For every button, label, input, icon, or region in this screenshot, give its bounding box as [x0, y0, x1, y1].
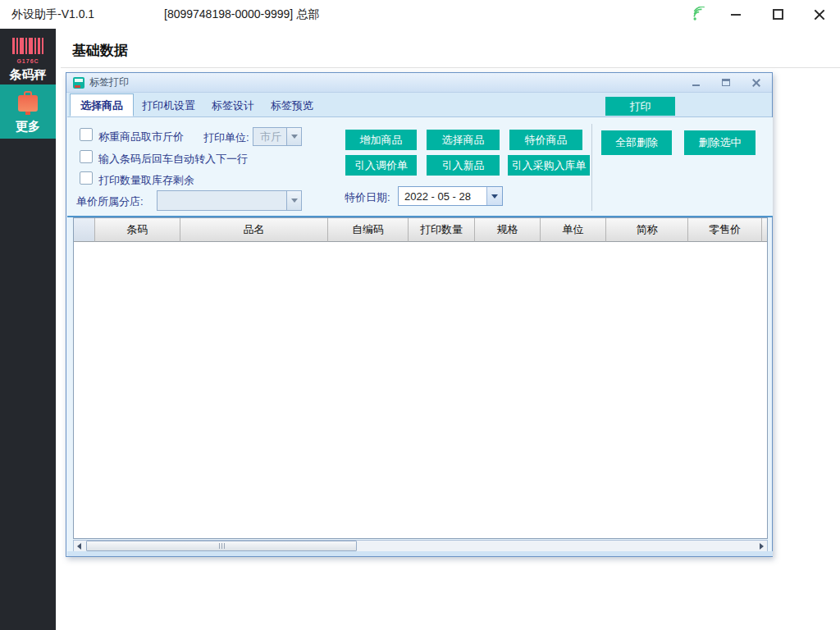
select-goods-button[interactable]: 选择商品 [427, 130, 500, 150]
table-body-empty [74, 242, 767, 538]
horizontal-scrollbar[interactable] [73, 540, 768, 552]
select-goods-panel: 称重商品取市斤价 打印单位: 市斤 输入条码后回车自动转入下一行 打印数量取库存… [67, 117, 773, 217]
scrollbar-track[interactable] [84, 541, 756, 551]
arrow-left-icon [77, 543, 81, 550]
branch-select [157, 190, 302, 211]
dialog-close-button[interactable] [747, 75, 765, 89]
window-close-button[interactable] [801, 0, 838, 29]
checkbox-label: 称重商品取市斤价 [98, 130, 184, 144]
chevron-down-icon [491, 194, 498, 199]
column-header-barcode[interactable]: 条码 [95, 218, 180, 242]
sidebar-item-more[interactable]: 更多 [0, 84, 56, 139]
panel-divider [591, 124, 592, 211]
checkbox-label: 输入条码后回车自动转入下一行 [98, 152, 248, 167]
branch-value [158, 191, 286, 210]
print-button[interactable]: 打印 [605, 97, 675, 116]
import-purchase-inbound-button[interactable]: 引入采购入库单 [508, 155, 590, 176]
label-print-dialog: 标签打印 选择商品 打印机设置 标签设计 标签预览 打印 称重商品取市斤价 打印… [66, 72, 773, 557]
checkbox-qty-from-stock[interactable] [80, 171, 93, 185]
column-header-print-qty[interactable]: 打印数量 [409, 218, 475, 242]
app-title: 外设助手-V1.0.1 [11, 7, 94, 22]
close-icon [752, 79, 760, 87]
minimize-icon [692, 84, 700, 86]
wifi-icon [692, 7, 708, 23]
tab-label-design[interactable]: 标签设计 [203, 95, 262, 116]
scroll-left-button[interactable] [74, 541, 84, 551]
dropdown-button [286, 191, 301, 210]
sidebar-item-barcode-scale[interactable]: G176C 条码秤 [0, 29, 56, 84]
window-maximize-button[interactable] [759, 0, 797, 29]
checkbox-weigh-unit-price[interactable] [80, 128, 93, 141]
dialog-maximize-button[interactable] [717, 75, 735, 89]
label-print-icon [73, 77, 84, 89]
heading-divider [61, 67, 840, 68]
maximize-icon [722, 79, 730, 86]
table-header-row: 条码 品名 自编码 打印数量 规格 单位 简称 零售价 [74, 218, 767, 242]
sidebar: G176C 条码秤 更多 [0, 29, 56, 630]
import-price-adjust-button[interactable]: 引入调价单 [345, 155, 417, 176]
special-date-value: 2022 - 05 - 28 [399, 187, 486, 205]
special-date-picker[interactable]: 2022 - 05 - 28 [398, 186, 503, 206]
delete-selected-button[interactable]: 删除选中 [684, 130, 756, 155]
maximize-icon [773, 9, 783, 20]
column-header-spec[interactable]: 规格 [475, 218, 541, 242]
print-unit-label: 打印单位: [203, 130, 249, 145]
scroll-right-button[interactable] [756, 541, 767, 551]
dropdown-button [286, 128, 301, 145]
chevron-down-icon [291, 135, 298, 139]
suitcase-icon [17, 91, 39, 116]
barcode-icon [12, 38, 43, 57]
tab-select-goods[interactable]: 选择商品 [70, 94, 134, 116]
special-price-goods-button[interactable]: 特价商品 [509, 130, 582, 150]
print-unit-value: 市斤 [253, 128, 286, 145]
special-date-label: 特价日期: [345, 190, 390, 205]
arrow-right-icon [760, 543, 764, 550]
print-unit-select: 市斤 [253, 127, 302, 146]
dialog-titlebar[interactable]: 标签打印 [66, 73, 772, 93]
tab-label-preview[interactable]: 标签预览 [262, 95, 322, 116]
checkbox-enter-next-line[interactable] [80, 150, 93, 163]
column-header-spare [762, 218, 767, 242]
window-minimize-button[interactable] [717, 0, 755, 29]
column-header-name[interactable]: 品名 [180, 218, 328, 242]
column-header-indicator[interactable] [74, 218, 95, 242]
branch-label: 单价所属分店: [76, 194, 144, 209]
minimize-icon [731, 14, 741, 16]
tab-printer-settings[interactable]: 打印机设置 [134, 95, 203, 116]
dialog-title: 标签打印 [89, 75, 129, 89]
date-dropdown-button[interactable] [486, 187, 502, 205]
page-title: 基础数据 [72, 41, 128, 60]
device-code-label: G176C [16, 58, 39, 64]
checkbox-label: 打印数量取库存剩余 [98, 173, 194, 188]
dialog-minimize-button[interactable] [687, 75, 705, 89]
goods-table: 条码 品名 自编码 打印数量 规格 单位 简称 零售价 [73, 217, 768, 539]
column-header-retail-price[interactable]: 零售价 [688, 218, 762, 242]
chevron-down-icon [291, 199, 298, 203]
close-icon [814, 9, 825, 21]
sidebar-item-label: 更多 [16, 119, 40, 135]
store-id-title: [8099748198-0000-9999] 总部 [164, 7, 319, 22]
sidebar-item-label: 条码秤 [10, 67, 47, 83]
app-titlebar: 外设助手-V1.0.1 [8099748198-0000-9999] 总部 [0, 0, 840, 29]
import-new-goods-button[interactable]: 引入新品 [427, 155, 500, 176]
column-header-short-name[interactable]: 简称 [606, 218, 688, 242]
scrollbar-thumb[interactable] [86, 541, 357, 551]
column-header-unit[interactable]: 单位 [541, 218, 606, 242]
add-goods-button[interactable]: 增加商品 [345, 130, 417, 150]
dialog-footer-strip [67, 551, 773, 556]
column-header-custom-code[interactable]: 自编码 [328, 218, 409, 242]
delete-all-button[interactable]: 全部删除 [601, 130, 672, 155]
